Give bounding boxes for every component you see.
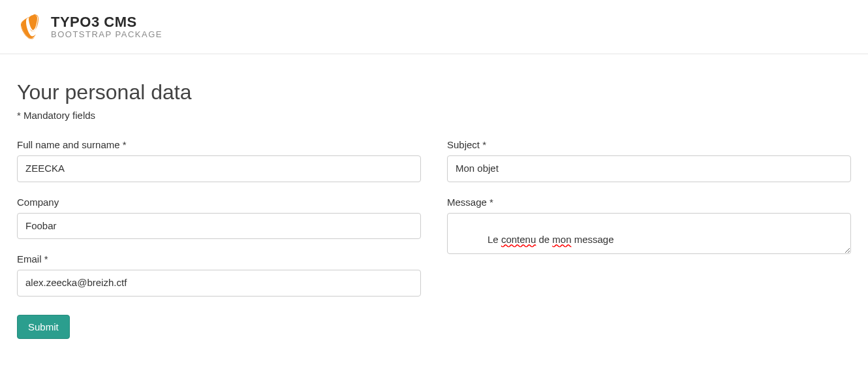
company-input[interactable] bbox=[17, 213, 421, 240]
submit-button[interactable]: Submit bbox=[17, 315, 70, 339]
form: Full name and surname * Company Email * … bbox=[17, 139, 851, 339]
page-title: Your personal data bbox=[17, 80, 851, 104]
company-label: Company bbox=[17, 197, 421, 208]
logo[interactable]: TYPO3 CMS BOOTSTRAP PACKAGE bbox=[17, 13, 868, 40]
header: TYPO3 CMS BOOTSTRAP PACKAGE bbox=[0, 0, 868, 54]
message-label: Message * bbox=[447, 197, 851, 208]
subject-label: Subject * bbox=[447, 139, 851, 150]
email-input[interactable] bbox=[17, 270, 421, 297]
main-content: Your personal data * Mandatory fields Fu… bbox=[0, 54, 868, 359]
email-label: Email * bbox=[17, 253, 421, 265]
logo-title: TYPO3 CMS bbox=[51, 14, 163, 30]
logo-subtitle: BOOTSTRAP PACKAGE bbox=[51, 30, 163, 39]
fullname-input[interactable] bbox=[17, 155, 421, 182]
mandatory-note: * Mandatory fields bbox=[17, 110, 851, 121]
fullname-label: Full name and surname * bbox=[17, 139, 421, 150]
message-textarea[interactable] bbox=[447, 213, 851, 254]
subject-input[interactable] bbox=[447, 155, 851, 182]
typo3-logo-icon bbox=[17, 13, 43, 40]
